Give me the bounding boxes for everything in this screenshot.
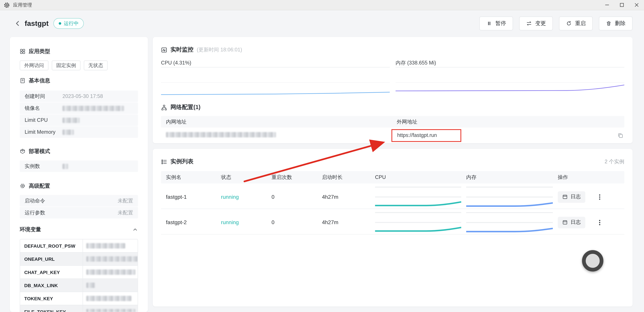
internal-address-header: 内网地址 [161,118,397,125]
env-vars-title-row: 环境变量 [20,226,132,233]
log-button-label: 日志 [570,194,581,201]
kebab-icon [597,219,602,226]
info-label: 实例数 [25,163,62,170]
env-row: ONEAPI_URL [20,252,138,265]
col-header-cpu: CPU [370,174,461,180]
delete-button[interactable]: 删除 [599,17,632,30]
instance-row: fastgpt-2 running 0 4h27m [161,209,624,235]
delete-icon [606,21,612,26]
app-logo-icon [4,2,10,8]
instance-name: fastgpt-2 [161,219,216,226]
back-button[interactable] [12,18,23,29]
instance-status: running [216,219,266,226]
delete-button-label: 删除 [615,20,626,27]
change-button-label: 变更 [535,20,546,27]
env-value [83,292,138,305]
change-icon [526,21,532,26]
window-titlebar: 应用管理 [0,0,644,10]
redacted-value [62,164,68,169]
more-actions-button[interactable] [596,218,604,227]
env-row: DEFAULT_ROOT_PSW [20,239,138,252]
info-row-created: 创建时间 2023-05-30 17:58 [20,91,138,102]
minimize-button[interactable] [600,0,614,10]
instance-uptime: 4h27m [317,194,370,200]
app-detail-sidebar: 应用类型 外网访问 固定实例 无状态 基本信息 创建时间 2023-05-30 … [10,37,148,312]
deploy-rows: 实例数 [20,161,138,172]
redacted-value [62,105,124,111]
info-label: 镜像名 [25,105,62,112]
redacted-value [86,296,131,301]
copy-url-button[interactable] [617,132,624,138]
section-advanced-config: 高级配置 [20,182,138,190]
env-value [83,252,138,265]
instance-memory-cell [461,184,553,211]
cursor-highlight [582,250,604,271]
section-app-type-title: 应用类型 [29,48,50,55]
external-url-highlight[interactable]: https://fastgpt.run [391,129,461,142]
more-actions-button[interactable] [596,193,604,201]
external-url-text[interactable]: https://fastgpt.run [397,132,437,138]
app-type-tags: 外网访问 固定实例 无状态 [20,61,138,70]
instance-cpu-sparkline [375,184,461,211]
env-key: TOKEN_KEY [20,292,83,305]
cpu-chart [161,67,390,97]
info-value: 2023-05-30 17:58 [62,93,103,99]
instances-table-header: 实例名 状态 重启次数 启动时长 CPU 内存 操作 [161,171,624,184]
section-network-config: 网络配置(1) [161,104,624,111]
close-button[interactable] [629,0,644,10]
redacted-value [86,243,125,248]
instance-row: fastgpt-1 running 0 4h27m [161,184,624,209]
instances-table: 实例名 状态 重启次数 启动时长 CPU 内存 操作 fastgpt-1 run… [161,171,624,235]
memory-chart-label: 内存 (338.655 Mi) [396,59,624,67]
section-realtime-monitor: 实时监控 (更新时间 18:06:01) [161,37,624,53]
section-instance-list: 实例列表 2 个实例 [161,149,624,165]
tag-stateless: 无状态 [84,61,108,70]
section-basic-info-title: 基本信息 [29,77,50,84]
instance-list-title-row: 实例列表 [161,158,194,165]
env-key: DB_MAX_LINK [20,279,83,292]
page-title: fastgpt [25,19,49,28]
header-actions: 暂停 变更 重启 删除 [479,17,632,30]
tag-external-access: 外网访问 [20,61,48,70]
col-header-memory: 内存 [461,174,553,181]
chevron-up-icon [132,227,138,232]
instance-list-title: 实例列表 [170,158,194,165]
env-key: FILE_TOKEN_KEY [20,305,83,312]
redacted-value [166,132,276,137]
cube-icon [20,148,26,154]
info-label: Limit CPU [25,117,62,123]
col-header-restarts: 重启次数 [266,174,317,181]
env-row: FILE_TOKEN_KEY [20,305,138,312]
log-button[interactable]: 日志 [558,217,585,228]
memory-chart [396,67,624,97]
instance-restarts: 0 [266,219,317,226]
instance-memory-sparkline [466,184,553,211]
env-key: ONEAPI_URL [20,252,83,265]
info-row-image: 镜像名 [20,102,138,114]
change-button[interactable]: 变更 [519,17,553,30]
status-badge-label: 运行中 [64,20,78,27]
pause-icon [486,21,492,26]
instance-actions-cell: 日志 [553,217,624,228]
info-label: 启动命令 [25,197,62,204]
network-icon [161,104,167,111]
section-env-vars-title: 环境变量 [20,226,41,233]
info-label: 运行参数 [25,209,62,216]
redacted-value [86,309,136,312]
section-deploy-mode: 部署模式 [20,148,138,155]
status-badge: 运行中 [54,18,84,29]
env-row: TOKEN_KEY [20,292,138,305]
log-button[interactable]: 日志 [558,191,585,203]
maximize-button[interactable] [614,0,629,10]
collapse-env-button[interactable] [132,227,138,232]
instance-memory-cell [461,209,553,236]
pause-button[interactable]: 暂停 [479,17,513,30]
log-icon [562,220,568,225]
env-row: CHAT_API_KEY [20,265,138,278]
restart-button[interactable]: 重启 [559,17,593,30]
gear-icon [20,183,26,189]
info-row-limit-cpu: Limit CPU [20,114,138,126]
tag-fixed-instance: 固定实例 [52,61,80,70]
kebab-icon [597,194,602,200]
monitor-updated-time: (更新时间 18:06:01) [197,46,242,53]
